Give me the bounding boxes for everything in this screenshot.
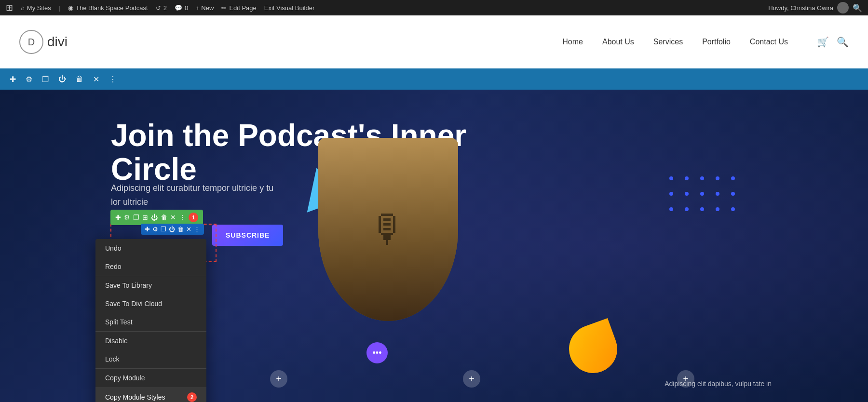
dot bbox=[669, 176, 673, 180]
ctx-save-to-library[interactable]: Save To Library bbox=[95, 276, 206, 295]
site-icon: ◉ bbox=[68, 4, 73, 12]
mic-icon: 🎙 bbox=[369, 207, 407, 252]
context-menu: Undo Redo Save To Library Save To Divi C… bbox=[95, 239, 206, 402]
my-sites-menu[interactable]: ⌂ My Sites bbox=[21, 4, 51, 12]
green-tb-more-icon[interactable]: ⋮ bbox=[179, 214, 186, 221]
nav-home[interactable]: Home bbox=[562, 38, 583, 46]
search-icon[interactable]: 🔍 bbox=[853, 3, 862, 13]
dot bbox=[685, 207, 689, 211]
green-tb-columns-icon[interactable]: ⊞ bbox=[142, 214, 148, 221]
blue-tb-power-icon[interactable]: ⏻ bbox=[169, 226, 175, 233]
admin-bar: ⊞ ⌂ My Sites | ◉ The Blank Space Podcast… bbox=[0, 0, 868, 15]
wordpress-logo[interactable]: ⊞ bbox=[6, 2, 13, 13]
settings-section-icon[interactable]: ⚙ bbox=[24, 73, 34, 86]
green-tb-close-icon[interactable]: ✕ bbox=[170, 214, 176, 221]
site-name-link[interactable]: ◉ The Blank Space Podcast bbox=[68, 4, 148, 12]
podcast-image: 🎙 bbox=[318, 138, 458, 321]
comments-link[interactable]: 💬 0 bbox=[175, 4, 188, 12]
dot bbox=[716, 207, 719, 211]
ctx-disable[interactable]: Disable bbox=[95, 332, 206, 350]
site-nav: Home About Us Services Portfolio Contact… bbox=[562, 36, 849, 48]
ctx-copy-module-styles[interactable]: Copy Module Styles 2 bbox=[95, 387, 206, 402]
nav-portfolio[interactable]: Portfolio bbox=[702, 38, 731, 46]
ctx-save-to-cloud[interactable]: Save To Divi Cloud bbox=[95, 295, 206, 313]
dot bbox=[716, 192, 719, 196]
dot bbox=[700, 207, 704, 211]
green-tb-badge: 1 bbox=[189, 213, 198, 222]
more-section-icon[interactable]: ⋮ bbox=[107, 73, 119, 86]
dot bbox=[716, 176, 719, 180]
exit-builder-button[interactable]: Exit Visual Builder bbox=[264, 4, 315, 12]
nav-services[interactable]: Services bbox=[653, 38, 683, 46]
blue-tb-duplicate-icon[interactable]: ❐ bbox=[161, 226, 166, 233]
ctx-copy-styles-badge: 2 bbox=[187, 392, 197, 402]
toggle-section-icon[interactable]: ⏻ bbox=[56, 73, 68, 85]
module-toolbar-green: ✚ ⚙ ❐ ⊞ ⏻ 🗑 ✕ ⋮ 1 bbox=[110, 210, 203, 225]
add-section-button-right[interactable]: + bbox=[677, 370, 694, 388]
blue-tb-delete-icon[interactable]: 🗑 bbox=[177, 226, 184, 233]
blue-tb-settings-icon[interactable]: ⚙ bbox=[152, 226, 158, 233]
green-tb-power-icon[interactable]: ⏻ bbox=[151, 214, 158, 221]
search-nav-icon[interactable]: 🔍 bbox=[837, 36, 849, 48]
dot bbox=[700, 192, 704, 196]
add-section-button-center[interactable]: + bbox=[463, 370, 480, 388]
ctx-undo[interactable]: Undo bbox=[95, 239, 206, 257]
logo-text: divi bbox=[47, 34, 68, 50]
blue-tb-add-icon[interactable]: ✚ bbox=[145, 226, 150, 233]
dot bbox=[731, 192, 735, 196]
hero-subtitle: Adipiscing elit curabitur tempor ultrici… bbox=[111, 181, 273, 209]
blue-tb-close-icon[interactable]: ✕ bbox=[186, 226, 191, 233]
subscribe-button[interactable]: SUBSCRIBE bbox=[212, 225, 283, 246]
dot bbox=[685, 192, 689, 196]
admin-bar-right: Howdy, Christina Gwira 🔍 bbox=[768, 2, 862, 13]
module-dots-menu[interactable]: ••• bbox=[366, 342, 388, 363]
add-section-button-left[interactable]: + bbox=[270, 370, 287, 388]
revisions-icon: ↺ bbox=[156, 4, 161, 12]
nav-about[interactable]: About Us bbox=[602, 38, 634, 46]
cart-icon[interactable]: 🛒 bbox=[817, 36, 829, 48]
dot bbox=[669, 192, 673, 196]
main-content: Join the Podcast's Inner Circle Adipisci… bbox=[0, 90, 868, 402]
nav-contact[interactable]: Contact Us bbox=[750, 38, 788, 46]
green-tb-duplicate-icon[interactable]: ❐ bbox=[133, 214, 139, 221]
new-content-button[interactable]: + New bbox=[196, 4, 214, 12]
comment-icon: 💬 bbox=[175, 4, 182, 12]
green-tb-delete-icon[interactable]: 🗑 bbox=[161, 214, 167, 221]
blue-tb-more-icon[interactable]: ⋮ bbox=[194, 226, 200, 233]
dot bbox=[685, 176, 689, 180]
nav-icons: 🛒 🔍 bbox=[817, 36, 849, 48]
delete-section-icon[interactable]: 🗑 bbox=[74, 73, 85, 85]
builder-toolbar: ✚ ⚙ ❐ ⏻ 🗑 ✕ ⋮ bbox=[0, 68, 868, 90]
revisions-link[interactable]: ↺ 2 bbox=[156, 4, 167, 12]
logo-circle: D bbox=[19, 30, 43, 54]
close-section-icon[interactable]: ✕ bbox=[91, 73, 101, 86]
ctx-copy-module[interactable]: Copy Module bbox=[95, 369, 206, 387]
user-greeting: Howdy, Christina Gwira bbox=[768, 4, 833, 12]
green-tb-add-icon[interactable]: ✚ bbox=[115, 214, 121, 221]
divi-logo[interactable]: D divi bbox=[19, 30, 68, 54]
user-avatar bbox=[837, 2, 849, 13]
podcast-image-inner: 🎙 bbox=[318, 138, 458, 321]
dots-decoration bbox=[669, 176, 743, 219]
add-section-icon[interactable]: ✚ bbox=[8, 73, 18, 86]
edit-page-link[interactable]: ✏ Edit Page bbox=[221, 4, 256, 12]
my-sites-icon: ⌂ bbox=[21, 4, 25, 12]
site-header: D divi Home About Us Services Portfolio … bbox=[0, 15, 868, 68]
edit-icon: ✏ bbox=[221, 4, 227, 12]
ctx-lock[interactable]: Lock bbox=[95, 350, 206, 368]
dot bbox=[731, 207, 735, 211]
module-toolbar-blue: ✚ ⚙ ❐ ⏻ 🗑 ✕ ⋮ bbox=[141, 224, 204, 235]
ctx-redo[interactable]: Redo bbox=[95, 257, 206, 276]
dot bbox=[669, 207, 673, 211]
dot bbox=[700, 176, 704, 180]
duplicate-section-icon[interactable]: ❐ bbox=[40, 73, 51, 86]
green-tb-settings-icon[interactable]: ⚙ bbox=[124, 214, 130, 221]
dot bbox=[731, 176, 735, 180]
ctx-split-test[interactable]: Split Test bbox=[95, 313, 206, 331]
